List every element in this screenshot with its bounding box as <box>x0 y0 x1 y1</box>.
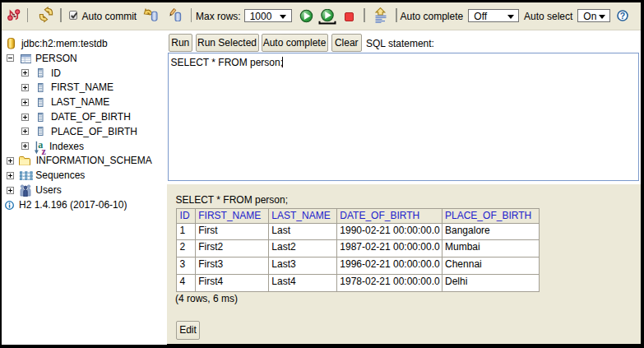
svg-text:?: ? <box>620 11 625 21</box>
